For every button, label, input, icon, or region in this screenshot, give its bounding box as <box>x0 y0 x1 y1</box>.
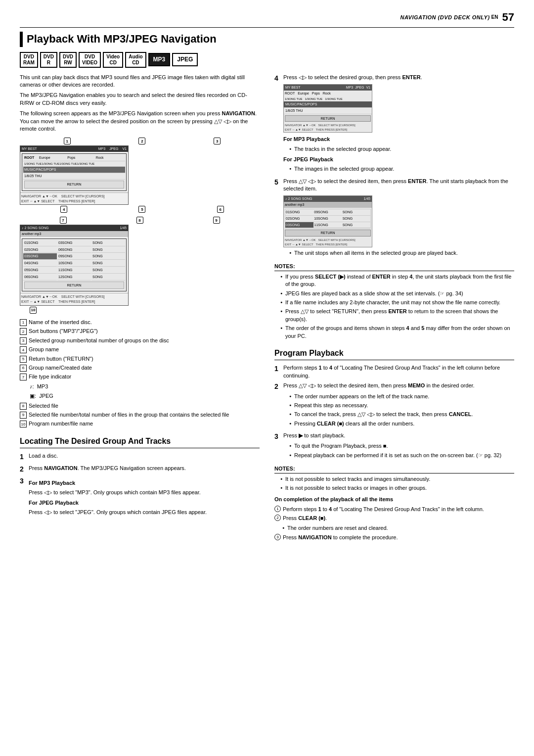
program-playback-title: Program Playback <box>274 348 514 360</box>
mini-screen-mp3-row2: 1/3ONG TUE 1/3ONG TUE 1/3ONG TUE <box>284 96 372 101</box>
pp-bullet-2-3: To cancel the track, press △▽ ◁▷ to sele… <box>289 411 514 418</box>
intro-p1: This unit can play back discs that MP3 s… <box>20 74 260 89</box>
screen-row-date: 1/8/25 THU <box>23 173 125 180</box>
on-completion-step3: 3 Press NAVIGATION to complete the proce… <box>274 534 514 541</box>
callout-5: 5 <box>138 206 145 213</box>
oc-step-2: 2 Press CLEAR (■). <box>274 515 514 522</box>
pp-step2-bullets: The order number appears on the left of … <box>289 393 514 428</box>
jpeg-bullet-4-1: The images in the selected group appear. <box>289 165 514 173</box>
mini-screen-mp3: MY BEST MP3JPEGV1 ROOTEuropePopsRock 1/3… <box>283 84 372 133</box>
section-title: Playback With MP3/JPEG Navigation <box>27 32 217 47</box>
mini-screen-songs: ♪ 2 SONG SONG1/45 another mp3 01SONG 09S… <box>283 195 372 247</box>
nav-label: NAVIGATION (DVD DECK ONLY) <box>400 14 490 21</box>
step4-text: Press ◁▷ to select the desired group, th… <box>283 74 514 81</box>
page-header: NAVIGATION (DVD DECK ONLY) EN 57 <box>20 10 514 28</box>
callout-9: 9 <box>213 217 220 224</box>
callout-label-2: 2Sort buttons ("MP3"/"JPEG") <box>20 328 260 335</box>
screen2-titlebar: ♪ 2 SONG SONG 1/45 <box>20 225 128 231</box>
song-row-8: 09SONG <box>57 253 91 260</box>
song-row-15: SONG <box>91 267 125 274</box>
file-type-jpeg: ▣: JPEG <box>30 392 260 400</box>
for-jpeg-label-4: For JPEG Playback <box>283 156 514 163</box>
badge-dvd-ram: DVDRAM <box>20 52 38 68</box>
mini-screen-songs-title: ♪ 2 SONG SONG1/45 <box>284 196 372 202</box>
pp-step1-text: Perform steps 1 to 4 of "Locating The De… <box>283 364 514 379</box>
screen-row-root: ROOT EuropePopsRock <box>23 155 125 161</box>
callout-label-1: 1Name of the inserted disc. <box>20 319 260 326</box>
callout-8: 8 <box>136 217 143 224</box>
return-btn-2[interactable]: RETURN <box>24 282 124 289</box>
locating-step2-text: Press NAVIGATION. The MP3/JPEG Navigatio… <box>29 465 260 472</box>
pp-notes-list: It is not possible to select tracks and … <box>280 475 514 492</box>
on-completion-title: On completion of the playback of all the… <box>274 496 514 503</box>
mp3-bullets-4: The tracks in the selected group appear. <box>289 145 514 153</box>
song-row-4: 02SONG <box>23 247 57 253</box>
step-5: 5 Press △▽ ◁▷ to select the desired item… <box>274 178 514 259</box>
screen2-subtitle: another mp3 <box>20 231 128 237</box>
pp-bullet-3-1: To quit the Program Playback, press ■. <box>289 442 514 450</box>
mp3-bullet-4-1: The tracks in the selected group appear. <box>289 145 514 153</box>
callout-1: 1 <box>64 138 71 144</box>
diagram-container: 1 2 3 MY BEST MP3JPEGV1 ROOT EuropePopsR… <box>20 138 260 314</box>
callout-2: 2 <box>138 138 145 144</box>
pp-bullet-2-2: Repeat this step as necessary. <box>289 402 514 409</box>
song-row-10: 04SONG <box>23 260 57 267</box>
callout-7: 7 <box>60 217 67 224</box>
mini-screen-mp3-row4: 1/8/25 THU <box>284 108 372 114</box>
return-btn-1[interactable]: RETURN <box>24 181 124 189</box>
song-row-18: SONG <box>91 274 125 281</box>
right-column: 4 Press ◁▷ to select the desired group, … <box>274 74 514 544</box>
screen1-diagram: MY BEST MP3JPEGV1 ROOT EuropePopsRock 1/… <box>20 145 129 205</box>
badge-dvd-r: DVDR <box>40 52 57 68</box>
mini-screen-songs-return[interactable]: RETURN <box>285 230 371 236</box>
badge-dvd-video: DVDVIDEO <box>79 52 101 68</box>
song-row-2: 03SONG <box>57 240 91 246</box>
callout-10: 10 <box>30 307 37 314</box>
locating-section-title: Locating The Desired Group And Tracks <box>20 436 260 448</box>
pp-step3-text: Press ▶ to start playback. <box>283 432 514 439</box>
callout-label-6: 6Group name/Created date <box>20 364 260 372</box>
badge-video-cd: VideoCD <box>103 52 123 68</box>
callout-3: 3 <box>214 138 221 144</box>
step5-bullet-1: The unit stops when all items in the sel… <box>289 249 514 257</box>
left-column: This unit can play back discs that MP3 s… <box>20 74 260 544</box>
locating-step-3: 3 For MP3 Playback Press ◁▷ to select "M… <box>20 476 260 519</box>
for-mp3-label-4: For MP3 Playback <box>283 136 514 143</box>
file-type-mp3: ♪: MP3 <box>30 383 260 390</box>
mini-screen-mp3-return[interactable]: RETURN <box>285 115 371 122</box>
oc-bullets: The order numbers are reset and cleared. <box>282 524 514 532</box>
screen2-diagram: ♪ 2 SONG SONG 1/45 another mp3 01SONG 03… <box>20 225 129 306</box>
screen2-nav: NAVIGATOR ▲▼→OK SELECT WITH [CURSORS] EX… <box>20 293 128 305</box>
locating-step-2: 2 Press NAVIGATION. The MP3/JPEG Navigat… <box>20 465 260 474</box>
mini-screen-mp3-row3: MUSIC/PACS/POPS <box>284 101 372 108</box>
pp-step-3: 3 Press ▶ to start playback. To quit the… <box>274 432 514 461</box>
pp-step-1: 1 Perform steps 1 to 4 of "Locating The … <box>274 364 514 379</box>
note-4: Press △▽ to select "RETURN", then press … <box>280 308 514 323</box>
screen1-titlebar: MY BEST MP3JPEGV1 <box>20 146 128 152</box>
screen1-inner: ROOT EuropePopsRock 1/3ONG TUE1/3ONG TUE… <box>22 153 127 191</box>
callout-labels-list: 1Name of the inserted disc. 2Sort button… <box>20 319 260 381</box>
mini-screen-mp3-row1: ROOTEuropePopsRock <box>284 91 372 96</box>
mini-screen-songs-nav: NAVIGATOR ▲▼→OK SELECT WITH [CURSORS]EXI… <box>284 237 372 247</box>
mini-screen-songs-sub: another mp3 <box>284 202 372 208</box>
intro-p2: The MP3/JPEG Navigation enables you to s… <box>20 92 260 107</box>
note-2: JPEG files are played back as a slide sh… <box>280 290 514 297</box>
locating-step1-text: Load a disc. <box>29 452 260 460</box>
mini-screen-mp3-nav: NAVIGATOR ▲▼→OK SELECT WITH [CURSORS]EXI… <box>284 123 372 132</box>
song-row-7: 03SONG <box>23 253 57 260</box>
step5-text: Press △▽ ◁▷ to select the desired item, … <box>283 178 514 193</box>
badge-mp3: MP3 <box>148 53 171 66</box>
song-row-16: 06SONG <box>23 274 57 281</box>
notes-list-right: If you press SELECT (▶) instead of ENTER… <box>280 273 514 340</box>
on-completion-steps: 1 Perform steps 1 to 4 of "Locating The … <box>274 506 514 522</box>
note-5: The order of the groups and items shown … <box>280 325 514 340</box>
song-row-11: 10SONG <box>57 260 91 267</box>
callout-labels-list-2: 8Selected file 9Selected file number/tot… <box>20 402 260 428</box>
badge-audio-cd: AudioCD <box>125 52 146 68</box>
song-row-13: 05SONG <box>23 267 57 274</box>
intro-p3: The following screen appears as the MP3/… <box>20 110 260 133</box>
pp-bullet-2-1: The order number appears on the left of … <box>289 393 514 400</box>
right-notes-block: NOTES: If you press SELECT (▶) instead o… <box>274 263 514 340</box>
song-row-17: 12SONG <box>57 274 91 281</box>
note-3: If a file name includes any 2-byte chara… <box>280 299 514 306</box>
